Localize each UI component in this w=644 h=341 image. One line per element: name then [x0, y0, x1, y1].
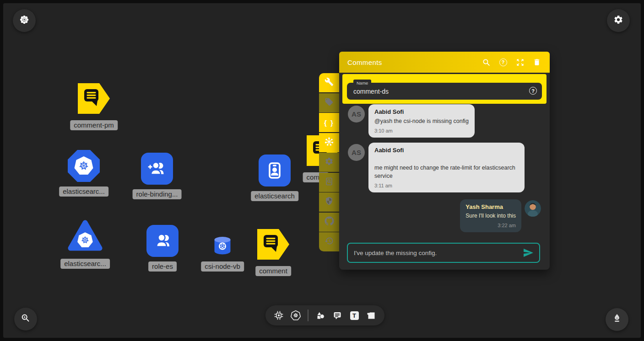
- name-field-section: Name ?: [342, 74, 547, 104]
- node-label: comment-pm: [70, 120, 118, 130]
- message-text: @yash the csi-node is missing config: [374, 117, 469, 125]
- comment-composer: [347, 243, 540, 263]
- kubernetes-octagon-icon: [68, 150, 100, 182]
- app-logo-button[interactable]: [13, 9, 36, 32]
- comment-tool-button[interactable]: [332, 310, 342, 320]
- node-label: comment: [255, 266, 291, 276]
- mesh-button[interactable]: [319, 133, 339, 152]
- message-author: Aabid Sofi: [374, 147, 519, 154]
- note-tool-button[interactable]: [366, 310, 376, 320]
- send-icon: [523, 247, 534, 258]
- panel-side-toolbar: { }: [319, 73, 339, 251]
- wrench-icon: [325, 77, 334, 88]
- chat-message: Aabid Sofi me might need to change the r…: [368, 143, 525, 192]
- comment-shape-icon: [257, 253, 289, 261]
- send-button[interactable]: [522, 247, 534, 259]
- avatar-initials: AS: [348, 106, 365, 123]
- node-label: elasticsearc...: [59, 186, 108, 197]
- chat-message: Aabid Sofi @yash the csi-node is missing…: [368, 104, 475, 138]
- flower-logo-icon: [19, 14, 30, 27]
- shapes-tool-button[interactable]: [315, 310, 325, 320]
- node-role-binding[interactable]: role-binding...: [141, 153, 173, 185]
- validate-button[interactable]: [319, 173, 339, 192]
- app-root: comment-pm elasticsearc...: [0, 0, 644, 341]
- settings-button-side[interactable]: [319, 153, 339, 172]
- kubernetes-tool-button[interactable]: [291, 310, 301, 320]
- search-icon[interactable]: [482, 58, 491, 67]
- node-role-es[interactable]: role-es: [146, 225, 179, 257]
- schema-tool-button[interactable]: [274, 310, 284, 320]
- node-label: role-binding...: [133, 189, 182, 199]
- composer-input[interactable]: [348, 250, 522, 256]
- storage-cylinder-icon: [214, 249, 231, 256]
- pen-nib-icon: [612, 313, 622, 326]
- braces-icon: { }: [324, 119, 334, 127]
- name-input-wrap: Name ?: [347, 83, 542, 100]
- message-text: Sure I'll look into this: [465, 212, 516, 220]
- name-help-icon[interactable]: ?: [529, 87, 537, 95]
- security-button[interactable]: [319, 192, 339, 212]
- message-author: Yash Sharma: [465, 203, 516, 210]
- service-mesh-icon: [324, 137, 334, 149]
- pen-tool-button[interactable]: [606, 308, 628, 331]
- id-badge-icon: [259, 155, 291, 186]
- avatar-initials: AS: [348, 144, 365, 161]
- trash-icon[interactable]: [532, 58, 541, 67]
- node-label: elasticsearc...: [60, 259, 110, 269]
- comment-shape-icon: [78, 107, 110, 115]
- shield-icon: [325, 197, 334, 208]
- node-label: elasticsearch: [251, 191, 298, 201]
- node-elasticsearch-octagon[interactable]: elasticsearc...: [68, 150, 100, 182]
- zoom-in-button[interactable]: [14, 308, 37, 330]
- message-time: 3:22 am: [465, 223, 516, 228]
- toolbar-divider: [308, 309, 308, 321]
- person-add-icon: [141, 153, 173, 185]
- name-input[interactable]: [347, 83, 518, 100]
- gear-icon: [325, 157, 334, 168]
- gear-icon: [613, 15, 623, 27]
- comment-tool-icon: [332, 310, 342, 320]
- node-comment-pm[interactable]: comment-pm: [78, 83, 110, 116]
- circuit-icon: [274, 310, 284, 320]
- file-search-icon: [325, 177, 334, 188]
- group-icon: [146, 225, 179, 257]
- text-tool-button[interactable]: T: [349, 310, 359, 320]
- shapes-icon: [315, 310, 325, 320]
- tag-icon: [325, 97, 334, 108]
- chat-message: Yash Sharma Sure I'll look into this 3:2…: [460, 199, 521, 232]
- text-tool-icon: T: [350, 311, 359, 320]
- history-button[interactable]: [319, 232, 339, 251]
- expand-icon[interactable]: [515, 58, 525, 67]
- message-author: Aabid Sofi: [374, 108, 469, 115]
- kubernetes-icon: [291, 310, 301, 320]
- kubernetes-triangle-icon: [67, 246, 103, 254]
- github-button[interactable]: [319, 213, 339, 232]
- comments-panel-header[interactable]: Comments ?: [339, 52, 550, 73]
- node-elasticsearch-triangle[interactable]: elasticsearc...: [67, 218, 103, 254]
- canvas-settings-button[interactable]: [607, 9, 630, 32]
- node-label: role-es: [148, 261, 177, 272]
- message-time: 3:10 am: [374, 128, 469, 133]
- github-icon: [325, 216, 334, 228]
- avatar-photo: [525, 200, 541, 217]
- help-icon[interactable]: ?: [498, 58, 508, 67]
- bottom-toolbar: T: [265, 305, 384, 325]
- json-config-button[interactable]: { }: [319, 113, 339, 132]
- tags-button[interactable]: [319, 93, 339, 112]
- history-icon: [325, 236, 334, 247]
- panel-title: Comments: [347, 59, 382, 66]
- note-icon: [366, 310, 376, 320]
- node-elasticsearch[interactable]: elasticsearch: [259, 155, 291, 186]
- comments-panel: Comments ?: [339, 52, 550, 270]
- message-time: 3:11 am: [374, 183, 519, 188]
- node-comment[interactable]: comment: [257, 229, 289, 261]
- configure-button[interactable]: [319, 73, 339, 92]
- zoom-in-icon: [21, 313, 31, 325]
- message-text: me might need to change the rate-limit f…: [374, 164, 519, 180]
- node-csi-node-vb[interactable]: csi-node-vb: [214, 236, 231, 257]
- node-label: csi-node-vb: [201, 261, 244, 272]
